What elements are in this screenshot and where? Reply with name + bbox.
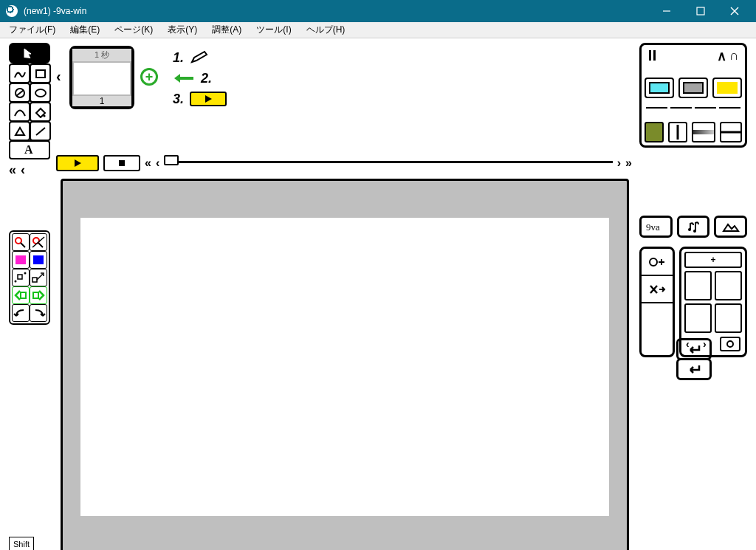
image-icon[interactable] (714, 216, 747, 238)
fill-gray[interactable] (678, 78, 708, 98)
menu-file[interactable]: ファイル(F) (3, 22, 61, 38)
tool-page-first[interactable]: « (9, 162, 16, 178)
fill-yellow[interactable] (712, 78, 742, 98)
align-bl[interactable] (684, 303, 712, 333)
svg-point-7 (35, 89, 46, 97)
tool-curve[interactable] (9, 102, 30, 122)
canvas-area (61, 179, 629, 550)
arrow-left-icon (173, 72, 195, 84)
menu-tool[interactable]: ツール(I) (250, 22, 297, 38)
align-tr[interactable] (715, 271, 742, 300)
svg-line-9 (36, 128, 45, 135)
minimize-button[interactable] (650, 0, 684, 22)
panel-up-1[interactable]: ∧ (717, 48, 726, 64)
seek-first[interactable]: « (145, 157, 151, 170)
tool-select[interactable] (9, 43, 50, 63)
menu-adjust[interactable]: 調整(A) (206, 22, 247, 38)
frame-number: 1 (72, 96, 131, 106)
tool-page-prev[interactable]: ‹ (21, 162, 25, 178)
pencil-icon (190, 50, 209, 65)
svg-point-17 (15, 281, 17, 283)
hint-play-button[interactable] (190, 92, 227, 106)
frame-prev[interactable]: ‹ (56, 68, 61, 85)
stop-button[interactable] (103, 155, 140, 171)
frame-thumbnail[interactable]: 1 秒 1 (69, 46, 134, 109)
svg-point-31 (693, 230, 696, 233)
close-button[interactable] (718, 0, 752, 22)
playbar: « ‹ › » (56, 153, 632, 173)
svg-point-30 (688, 228, 691, 231)
menu-view[interactable]: 表示(Y) (162, 22, 203, 38)
redo-button[interactable] (30, 304, 47, 322)
tool-triangle[interactable] (9, 121, 30, 141)
fill-cyan[interactable] (645, 78, 674, 98)
window-title: (new1) -9va-win (24, 6, 86, 16)
tool-ellipse[interactable] (30, 83, 51, 103)
panel-up-2[interactable]: ∩ (729, 48, 739, 64)
tool-line[interactable] (30, 121, 51, 141)
svg-point-8 (43, 114, 45, 117)
svg-rect-4 (36, 70, 45, 78)
swatch-magenta (16, 255, 26, 264)
fill-color[interactable] (12, 251, 30, 269)
svg-line-14 (38, 243, 43, 247)
svg-line-6 (16, 90, 24, 96)
svg-rect-1 (697, 7, 704, 15)
hint-steps: 1. 2. 3. (173, 47, 227, 109)
opt-gradient[interactable] (692, 122, 715, 142)
svg-rect-16 (18, 275, 22, 279)
seek-next[interactable]: › (617, 157, 621, 170)
timeline-head[interactable] (164, 155, 179, 165)
color-panel (9, 230, 50, 325)
stroke-color[interactable] (30, 251, 47, 269)
frame-preview (74, 63, 130, 94)
picker-red-1[interactable] (12, 233, 30, 251)
align-add[interactable]: + (684, 252, 742, 268)
menu-edit[interactable]: 編集(E) (64, 22, 106, 38)
opt-dash[interactable] (720, 122, 742, 142)
seek-prev[interactable]: ‹ (156, 157, 159, 170)
next-shape[interactable] (30, 286, 47, 304)
node-edit-2[interactable] (30, 269, 47, 286)
node-edit-1[interactable] (12, 269, 30, 286)
menu-page[interactable]: ページ(K) (109, 22, 159, 38)
app-icon (6, 5, 18, 17)
hint-2-label: 2. (201, 71, 212, 86)
tool-fill[interactable] (30, 102, 51, 122)
media-buttons: 9va (639, 216, 747, 238)
tool-noshape[interactable] (9, 83, 30, 103)
undo-button[interactable] (12, 304, 30, 322)
key-blank[interactable] (642, 303, 673, 355)
panel-handle[interactable] (645, 48, 656, 61)
key-add[interactable] (642, 249, 673, 276)
logo-9va-icon[interactable]: 9va (639, 216, 673, 238)
seek-last[interactable]: » (625, 157, 632, 170)
canvas[interactable] (80, 218, 609, 516)
prev-shape[interactable] (12, 286, 30, 304)
shift-toggle[interactable]: Shift (9, 537, 34, 550)
svg-point-32 (650, 258, 657, 266)
svg-line-12 (21, 243, 25, 247)
enter-1[interactable] (676, 338, 712, 360)
maximize-button[interactable] (684, 0, 718, 22)
enter-2[interactable] (676, 358, 712, 380)
svg-point-18 (24, 272, 27, 275)
tool-text[interactable]: A (9, 140, 50, 159)
tool-rect[interactable] (30, 63, 51, 83)
align-br[interactable] (715, 303, 742, 333)
picker-red-2[interactable] (30, 233, 47, 251)
style-panel: ∧ ∩ (639, 43, 747, 148)
key-remove[interactable] (642, 276, 673, 303)
timeline-track[interactable] (164, 161, 613, 165)
record-button[interactable] (720, 337, 740, 351)
svg-point-35 (727, 341, 733, 347)
sound-icon[interactable] (677, 216, 710, 238)
opt-linewidth[interactable] (668, 122, 687, 142)
align-tl[interactable] (684, 271, 712, 300)
menu-help[interactable]: ヘルプ(H) (300, 22, 351, 38)
frame-duration: 1 秒 (72, 49, 131, 61)
add-frame-button[interactable]: + (140, 68, 158, 86)
tool-freehand[interactable] (9, 63, 30, 83)
opt-solid[interactable] (645, 122, 664, 142)
play-button[interactable] (56, 155, 99, 171)
